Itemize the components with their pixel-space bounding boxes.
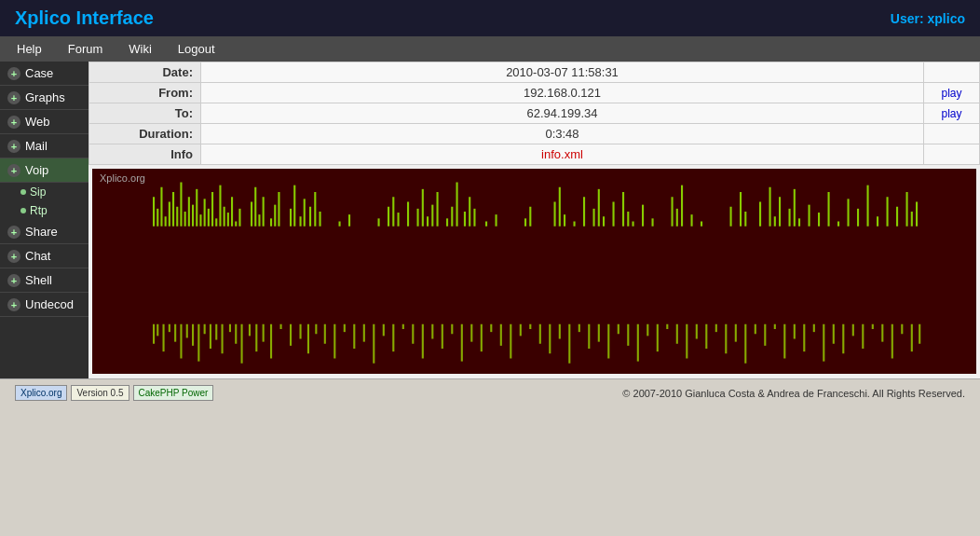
svg-rect-149 xyxy=(549,324,551,354)
svg-rect-42 xyxy=(398,213,400,227)
svg-rect-172 xyxy=(774,324,776,329)
info-link[interactable]: info.xml xyxy=(541,147,583,161)
svg-rect-64 xyxy=(593,209,595,227)
user-info: User: xplico xyxy=(891,11,965,26)
nav-forum[interactable]: Forum xyxy=(55,36,116,62)
svg-rect-145 xyxy=(510,324,511,359)
svg-rect-141 xyxy=(470,324,472,342)
value-info[interactable]: info.xml xyxy=(201,144,924,165)
svg-rect-57 xyxy=(524,218,526,226)
content: Date: 2010-03-07 11:58:31 From: 192.168.… xyxy=(88,62,980,378)
play-to-link[interactable]: play xyxy=(941,107,961,120)
svg-rect-161 xyxy=(666,324,668,329)
sidebar-item-undecod[interactable]: + Undecod xyxy=(0,293,88,317)
sidebar-item-case[interactable]: + Case xyxy=(0,62,88,86)
svg-rect-143 xyxy=(490,324,492,332)
sidebar-sub-rtp[interactable]: Rtp xyxy=(0,201,88,220)
nav-wiki[interactable]: Wiki xyxy=(116,36,165,62)
svg-rect-132 xyxy=(383,324,385,337)
svg-rect-140 xyxy=(461,324,463,362)
svg-rect-63 xyxy=(583,197,585,227)
svg-rect-116 xyxy=(241,324,243,364)
svg-rect-35 xyxy=(314,192,316,227)
label-duration: Duration: xyxy=(89,124,201,144)
svg-rect-39 xyxy=(378,218,380,226)
svg-rect-45 xyxy=(422,189,424,227)
svg-rect-119 xyxy=(263,324,265,342)
svg-rect-117 xyxy=(249,324,251,337)
mail-icon: + xyxy=(7,140,20,153)
sidebar-item-shell[interactable]: + Shell xyxy=(0,268,88,293)
svg-rect-66 xyxy=(603,216,605,227)
svg-rect-142 xyxy=(481,324,483,351)
svg-rect-8 xyxy=(184,212,186,227)
label-from: From: xyxy=(89,83,201,103)
svg-rect-122 xyxy=(290,324,292,346)
svg-rect-131 xyxy=(373,324,374,364)
logo-plain: Xplico xyxy=(15,7,71,28)
sidebar-item-web[interactable]: + Web xyxy=(0,110,88,134)
svg-rect-182 xyxy=(872,324,874,329)
svg-rect-86 xyxy=(794,189,796,227)
svg-rect-44 xyxy=(417,209,419,227)
svg-rect-184 xyxy=(892,324,893,359)
svg-rect-171 xyxy=(764,324,766,346)
svg-rect-178 xyxy=(833,324,835,344)
svg-rect-73 xyxy=(672,197,674,227)
svg-rect-180 xyxy=(852,324,854,337)
svg-rect-1 xyxy=(157,209,158,227)
svg-rect-110 xyxy=(204,324,206,335)
footer: Xplico.org Version 0.5 CakePHP Power © 2… xyxy=(0,378,980,406)
sidebar-item-label: Undecod xyxy=(25,297,74,311)
svg-rect-5 xyxy=(172,192,174,227)
play-to[interactable]: play xyxy=(924,103,980,124)
sidebar-sub-sip[interactable]: Sip xyxy=(0,183,88,201)
svg-rect-17 xyxy=(219,186,221,227)
svg-rect-23 xyxy=(251,202,252,227)
svg-rect-69 xyxy=(627,212,629,227)
footer-copyright: © 2007-2010 Gianluca Costa & Andrea de F… xyxy=(622,388,965,399)
svg-rect-111 xyxy=(210,324,211,349)
svg-rect-41 xyxy=(392,197,394,227)
play-duration xyxy=(924,124,980,144)
svg-rect-13 xyxy=(204,199,206,226)
svg-rect-20 xyxy=(231,197,233,227)
svg-rect-38 xyxy=(348,214,350,227)
svg-rect-126 xyxy=(324,324,326,344)
sidebar-item-label: Chat xyxy=(25,249,50,263)
table-row-from: From: 192.168.0.121 play xyxy=(89,83,980,103)
sidebar-item-chat[interactable]: + Chat xyxy=(0,244,88,268)
svg-rect-157 xyxy=(627,324,629,346)
svg-rect-67 xyxy=(613,202,615,227)
username: xplico xyxy=(928,11,965,26)
play-from[interactable]: play xyxy=(924,83,980,103)
svg-rect-100 xyxy=(916,202,918,227)
svg-rect-84 xyxy=(779,197,781,227)
svg-rect-165 xyxy=(705,324,707,349)
svg-rect-123 xyxy=(300,324,302,339)
sidebar-item-mail[interactable]: + Mail xyxy=(0,134,88,158)
waveform-container: Xplico.org xyxy=(92,169,976,374)
svg-rect-87 xyxy=(798,218,800,226)
svg-rect-16 xyxy=(215,218,217,226)
svg-rect-148 xyxy=(539,324,541,344)
svg-rect-104 xyxy=(169,324,170,332)
svg-rect-88 xyxy=(809,205,810,227)
play-info xyxy=(924,144,980,165)
nav-logout[interactable]: Logout xyxy=(165,36,228,62)
sidebar-item-graphs[interactable]: + Graphs xyxy=(0,86,88,110)
svg-rect-134 xyxy=(402,324,404,329)
play-from-link[interactable]: play xyxy=(941,87,961,100)
sidebar-item-voip[interactable]: + Voip xyxy=(0,158,88,183)
svg-rect-52 xyxy=(464,212,466,227)
play-date xyxy=(924,62,980,83)
svg-rect-53 xyxy=(469,197,470,227)
sidebar-item-share[interactable]: + Share xyxy=(0,220,88,244)
nav-help[interactable]: Help xyxy=(4,36,55,62)
svg-rect-164 xyxy=(696,324,698,339)
svg-rect-59 xyxy=(554,202,556,227)
svg-rect-125 xyxy=(315,324,317,335)
svg-rect-108 xyxy=(192,324,194,346)
info-table: Date: 2010-03-07 11:58:31 From: 192.168.… xyxy=(88,62,980,165)
svg-rect-166 xyxy=(715,324,717,332)
